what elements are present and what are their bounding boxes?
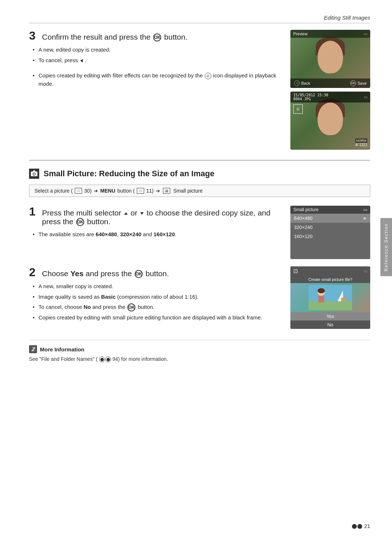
save-ok-icon: OK	[350, 80, 356, 86]
svg-rect-5	[309, 301, 352, 310]
create-yes-option: Yes	[290, 312, 370, 321]
step1-row: 1 Press the multi selector or to choose …	[29, 206, 370, 259]
back-circle-icon: ◁	[294, 80, 300, 86]
step1-heading-text: Press the multi selector or to choose th…	[42, 209, 279, 226]
filter-icon: ⊘	[205, 73, 211, 79]
nav-path-box: Select a picture ( □ 30) ➜ MENU button (…	[29, 185, 370, 197]
page-ref-icon: ⬤ ⬤	[99, 356, 111, 362]
page-ref-bullets: ⬤⬤	[352, 523, 363, 529]
more-info-header: ℤ More Information	[29, 345, 370, 353]
create-screen-top: ⊡ ▭	[290, 266, 370, 276]
ok-icon3: OK	[135, 270, 143, 278]
section-divider	[29, 160, 370, 161]
step3-number: 3	[29, 30, 36, 41]
screen-bottom-bar: ◁ Back OK Save	[290, 78, 370, 88]
step1-bullet: The available sizes are 640×480, 320×240…	[33, 230, 279, 239]
step3-bullets: A new, edited copy is created. To cancel…	[29, 46, 279, 64]
save-btn: OK Save	[350, 80, 367, 86]
create-picture-screen: ⊡ ▭ Create small picture file?	[290, 266, 370, 329]
camera-icon	[30, 170, 38, 178]
create-label: Create small picture file?	[290, 276, 370, 283]
more-info-section: ℤ More Information See "File and Folder …	[29, 340, 370, 362]
create-image-area	[290, 283, 370, 312]
create-no-option: No	[290, 321, 370, 329]
svg-point-10	[318, 288, 325, 293]
menu-title-label: Small picture	[293, 207, 318, 212]
more-info-text: See "File and Folder Names" ( ⬤ ⬤ 94) fo…	[29, 356, 370, 362]
create-screen-small-icon: ⊡	[293, 268, 298, 274]
page: Reference Section Editing Still Images 3…	[0, 0, 392, 540]
step1-content: 1 Press the multi selector or to choose …	[29, 206, 279, 259]
playback-screen: 15/05/2012 15:30 0004.JPG ▭ ① NORM 4/ 13…	[290, 92, 370, 150]
section-title: Small Picture: Reducing the Size of an I…	[44, 169, 215, 178]
preview-label: Preview	[293, 32, 307, 36]
step2-number: 2	[29, 266, 36, 278]
svg-rect-1	[33, 170, 35, 172]
create-yes-no: Yes No	[290, 312, 370, 329]
step1-heading: 1 Press the multi selector or to choose …	[29, 206, 279, 226]
bullet-item: A new, edited copy is created.	[33, 46, 279, 54]
screen-top-bar: Preview ▭	[290, 30, 370, 38]
menu-padding	[290, 241, 370, 259]
face-shape	[318, 41, 343, 73]
create-illustration	[309, 285, 352, 310]
playback-icon-box: ①	[293, 104, 303, 114]
step3-section: 3 Confirm the result and press the OK bu…	[29, 30, 370, 150]
step3-content: 3 Confirm the result and press the OK bu…	[29, 30, 279, 150]
battery-icon: ▭	[364, 32, 367, 36]
playback-norm: NORM	[355, 138, 368, 143]
ref-tab-text: Reference Section	[384, 223, 389, 271]
menu-title-bar: Small picture ▭	[290, 206, 370, 214]
ok-icon: OK	[153, 33, 161, 41]
small-picture-section-icon	[29, 169, 39, 179]
step2-bullet4: Copies created by editing with small pic…	[33, 314, 279, 322]
playback-info-bar: 15/05/2012 15:30 0004.JPG ▭	[290, 92, 370, 102]
back-btn: ◁ Back	[294, 80, 310, 86]
step2-heading-text: Choose Yes and press the OK button.	[42, 269, 169, 278]
nav-box-icon2: □	[137, 188, 144, 194]
ok-icon4: OK	[127, 303, 135, 311]
triangle-left-icon	[80, 59, 83, 63]
page-header: Editing Still Images	[29, 15, 370, 23]
step3-heading-text: Confirm the result and press the OK butt…	[42, 33, 188, 41]
nav-small-pic-icon: ▤	[163, 188, 170, 194]
step1-number: 1	[29, 206, 36, 217]
down-arrow-icon	[140, 212, 144, 215]
playback-filename: 0004.JPG	[293, 97, 328, 101]
menu-arrow: ▶	[364, 216, 367, 221]
svg-rect-7	[341, 298, 347, 301]
menu-item-640: 640×480 ▶	[290, 214, 370, 223]
step2-row: 2 Choose Yes and press the OK button. A …	[29, 266, 370, 329]
menu-item-320: 320×240	[290, 223, 370, 232]
nav-arrow2: ➜	[156, 188, 160, 194]
nav-arrow1: ➜	[94, 188, 98, 194]
menu-item-160: 160×120	[290, 232, 370, 241]
note-bullet: Copies created by editing with filter ef…	[33, 72, 279, 88]
more-info-title: More Information	[40, 346, 85, 352]
camera-screens: Preview ▭ ◁ Back OK Save	[290, 30, 370, 150]
step2-bullet3: To cancel, choose No and press the OK bu…	[33, 303, 279, 311]
playback-face-circle	[318, 102, 343, 135]
playback-counter: 4/ 1321	[355, 143, 368, 147]
svg-point-3	[33, 173, 35, 175]
menu-body: 640×480 ▶ 320×240 160×120	[290, 214, 370, 259]
nav-box-icon1: □	[75, 188, 82, 194]
ok-icon2: OK	[76, 218, 84, 226]
menu-battery-icon: ▭	[363, 207, 367, 212]
step2-content: 2 Choose Yes and press the OK button. A …	[29, 266, 279, 329]
step1-bullets: The available sizes are 640×480, 320×240…	[29, 230, 279, 239]
step2-heading: 2 Choose Yes and press the OK button.	[29, 266, 279, 278]
section-title-block: Small Picture: Reducing the Size of an I…	[29, 169, 370, 179]
playback-bottom-right: NORM 4/ 1321	[355, 138, 368, 147]
nav-menu-label: MENU	[100, 188, 115, 194]
step3-note-bullets: Copies created by editing with filter ef…	[29, 72, 279, 88]
battery-icon2: ▭	[364, 95, 367, 100]
small-picture-menu-screen: Small picture ▭ 640×480 ▶ 320×240 160×12…	[290, 206, 370, 259]
reference-section-tab: Reference Section	[380, 218, 392, 276]
more-info-icon: ℤ	[29, 345, 37, 353]
step3-heading: 3 Confirm the result and press the OK bu…	[29, 30, 279, 41]
bullet-item: To cancel, press .	[33, 56, 279, 65]
up-arrow-icon	[124, 212, 128, 215]
step2-bullets: A new, smaller copy is created. Image qu…	[29, 282, 279, 322]
step2-bullet2: Image quality is saved as Basic (compres…	[33, 293, 279, 301]
